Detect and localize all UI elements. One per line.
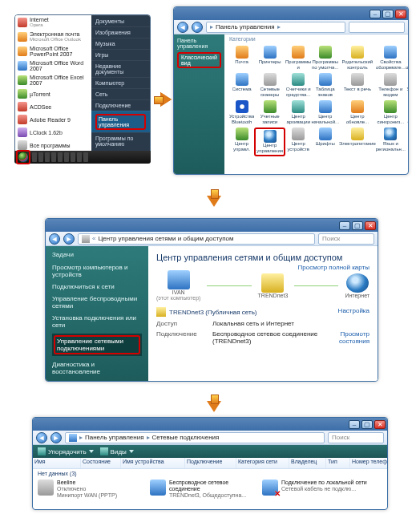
control-panel-item[interactable]: Шрифты: [311, 127, 339, 153]
search-input[interactable]: Поиск: [318, 233, 374, 245]
back-button[interactable]: ◄: [49, 233, 60, 245]
start-menu-item[interactable]: ACDSee: [15, 100, 91, 113]
maximize-button[interactable]: ▢: [382, 10, 394, 18]
start-menu-item[interactable]: Microsoft Office Excel 2007: [15, 73, 91, 87]
taskbar-item[interactable]: [64, 152, 69, 162]
control-panel-item[interactable]: Программы по умолча...: [311, 45, 339, 71]
control-panel-item[interactable]: Центр начальной...: [311, 99, 339, 126]
start-menu-item[interactable]: Microsoft Office Word 2007: [15, 59, 91, 73]
taskbar-item[interactable]: [32, 152, 37, 162]
start-menu-place[interactable]: Документы: [91, 15, 150, 26]
start-menu-item[interactable]: Microsoft Office PowerPoint 2007: [15, 44, 91, 59]
start-menu-place[interactable]: Программы по умолчанию: [91, 132, 150, 149]
start-menu-item[interactable]: LClock 1.62b: [15, 126, 91, 139]
search-input[interactable]: [349, 22, 405, 33]
column-header[interactable]: Подключение: [185, 458, 236, 468]
task-link[interactable]: Диагностика и восстановление: [52, 361, 142, 375]
sidebar-link[interactable]: Классический вид: [177, 52, 221, 68]
start-menu-place[interactable]: Недавние документы: [91, 60, 150, 77]
start-menu-item[interactable]: µTorrent: [15, 87, 91, 100]
row-link[interactable]: [321, 320, 370, 327]
connection-item[interactable]: ✕Подключение по локальной сетиСетевой ка…: [262, 480, 371, 499]
start-menu-place[interactable]: Изображения: [91, 26, 150, 38]
view-full-map-link[interactable]: Просмотр полной карты: [298, 264, 370, 271]
task-link[interactable]: Установка подключения или сети: [52, 314, 142, 329]
forward-button[interactable]: ►: [192, 22, 203, 33]
task-link[interactable]: Просмотр компьютеров и устройств: [52, 264, 142, 278]
control-panel-item[interactable]: Почта: [229, 45, 254, 71]
task-link[interactable]: Управление беспроводными сетями: [52, 295, 142, 310]
control-panel-item[interactable]: Центр управл. безоп...: [229, 127, 254, 153]
start-menu-item[interactable]: Электронная почтаMicrosoft Office Outloo…: [15, 30, 91, 44]
control-panel-item[interactable]: Программы и компонен...: [285, 45, 311, 71]
row-link[interactable]: Просмотр состояния: [321, 330, 370, 345]
forward-button[interactable]: ►: [63, 233, 75, 245]
control-panel-item[interactable]: Электропитание: [339, 127, 376, 153]
connection-item[interactable]: BeelineОтключеноМинипорт WAN (PPTP): [38, 480, 147, 499]
control-panel-item[interactable]: Центр обновле...: [339, 99, 376, 126]
column-header[interactable]: Категория сети: [236, 458, 289, 468]
minimize-button[interactable]: –: [339, 221, 350, 230]
close-button[interactable]: ✕: [374, 420, 386, 429]
control-panel-item[interactable]: Центр устройств: [285, 127, 311, 153]
start-orb-icon[interactable]: [18, 152, 29, 163]
taskbar-item[interactable]: [83, 152, 88, 162]
start-menu-place[interactable]: Музыка: [91, 38, 150, 49]
control-panel-item[interactable]: Центр управления сетями и общим...: [254, 127, 285, 153]
column-header[interactable]: Состояние: [81, 458, 121, 468]
column-header[interactable]: Тип: [326, 458, 350, 468]
control-panel-item[interactable]: Телефон и модем: [376, 72, 406, 99]
minimize-button[interactable]: –: [349, 420, 360, 429]
start-menu-place[interactable]: Компьютер: [91, 77, 150, 88]
control-panel-item[interactable]: Центр синхрониз...: [376, 99, 406, 126]
control-panel-item[interactable]: Текст в речь: [339, 72, 376, 99]
maximize-button[interactable]: ▢: [352, 221, 363, 230]
task-link[interactable]: Управление сетевыми подключениями: [52, 334, 142, 356]
control-panel-item[interactable]: Учетные записи: [254, 99, 285, 126]
control-panel-item[interactable]: Язык и региональн...: [376, 127, 406, 153]
taskbar-item[interactable]: [58, 152, 63, 162]
taskbar-item[interactable]: [51, 152, 56, 162]
breadcrumb[interactable]: ▸ Панель управления ▸: [206, 22, 345, 33]
organize-menu[interactable]: Упорядочить: [38, 447, 94, 455]
control-panel-item[interactable]: Устройства Bluetooth: [229, 99, 254, 126]
breadcrumb-item[interactable]: Центр управления сетями и общим доступом: [98, 235, 233, 242]
forward-button[interactable]: ►: [50, 432, 62, 443]
control-panel-item[interactable]: Свойства обозревате...: [406, 45, 409, 71]
control-panel-item[interactable]: Счетчики и средства...: [285, 72, 311, 99]
close-button[interactable]: ✕: [365, 221, 376, 230]
control-panel-item[interactable]: Центр специаль...: [406, 99, 409, 126]
customize-link[interactable]: Настройка: [321, 307, 370, 317]
control-panel-item[interactable]: Управление цветом: [406, 72, 409, 99]
breadcrumb-item[interactable]: Панель управления: [216, 23, 275, 30]
breadcrumb-item[interactable]: Сетевые подключения: [152, 434, 220, 441]
start-menu-item[interactable]: InternetOpera: [15, 15, 91, 30]
column-header[interactable]: Имя устройства: [121, 458, 185, 468]
start-menu-place[interactable]: Сеть: [91, 88, 150, 99]
control-panel-item[interactable]: Таблица знаков: [311, 72, 339, 99]
minimize-button[interactable]: –: [370, 10, 381, 18]
column-header[interactable]: Владелец: [289, 458, 326, 468]
close-button[interactable]: ✕: [395, 10, 406, 18]
taskbar-item[interactable]: [38, 152, 43, 162]
column-header[interactable]: Номер телефона...: [350, 458, 388, 468]
taskbar-item[interactable]: [71, 152, 75, 162]
search-input[interactable]: Поиск: [328, 432, 384, 443]
start-menu-item[interactable]: Adobe Reader 9: [15, 113, 91, 126]
column-header[interactable]: Имя: [33, 458, 81, 468]
connection-item[interactable]: Беспроводное сетевое соединениеTRENDnet3…: [150, 480, 259, 499]
breadcrumb[interactable]: ▸ Панель управления ▸ Сетевые подключени…: [65, 432, 325, 443]
back-button[interactable]: ◄: [177, 22, 188, 33]
maximize-button[interactable]: ▢: [361, 420, 373, 429]
task-link[interactable]: Подключиться к сети: [52, 283, 142, 290]
views-menu[interactable]: Виды: [100, 447, 134, 455]
taskbar-item[interactable]: [77, 152, 82, 162]
control-panel-item[interactable]: Принтеры: [254, 45, 285, 71]
control-panel-item[interactable]: Система: [229, 72, 254, 99]
control-panel-item[interactable]: Сетевые сканеры: [254, 72, 285, 99]
start-menu-place[interactable]: Игры: [91, 49, 150, 60]
back-button[interactable]: ◄: [36, 432, 47, 443]
breadcrumb-item[interactable]: Панель управления: [85, 434, 144, 441]
breadcrumb[interactable]: « Центр управления сетями и общим доступ…: [78, 233, 315, 245]
start-menu-place[interactable]: Подключение: [91, 99, 150, 111]
